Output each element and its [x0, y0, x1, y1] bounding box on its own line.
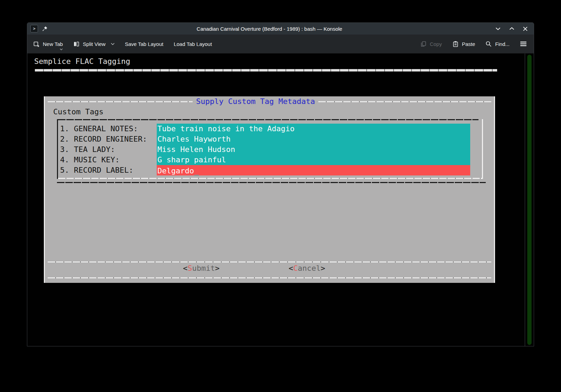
- field-label: GENERAL NOTES:: [74, 124, 157, 134]
- field-label: RECORD ENGINEER:: [74, 134, 157, 144]
- new-tab-button[interactable]: New Tab: [33, 41, 63, 47]
- field-input-tea-lady[interactable]: Miss Helen Hudson: [157, 144, 470, 155]
- form-row: 1. GENERAL NOTES: Tube train noise in th…: [60, 124, 482, 134]
- paste-button[interactable]: Paste: [452, 41, 475, 47]
- field-input-record-engineer[interactable]: Charles Hayworth: [157, 134, 470, 144]
- split-view-label: Split View: [83, 41, 106, 47]
- copy-button[interactable]: Copy: [420, 41, 442, 47]
- split-view-icon: [73, 41, 80, 47]
- field-index: 1.: [60, 124, 74, 134]
- field-label: RECORD LABEL:: [74, 165, 157, 175]
- field-label: TEA LADY:: [74, 144, 157, 155]
- search-icon: [485, 41, 492, 47]
- field-index: 4.: [60, 155, 74, 165]
- scrollbar-track[interactable]: [525, 54, 534, 346]
- konsole-window: > Canadian Carnival Overture (Bedford - …: [27, 22, 534, 346]
- dialog-form-label: Custom Tags: [53, 107, 494, 117]
- dialog-border-dash: [48, 101, 193, 102]
- maximize-button[interactable]: [509, 27, 514, 30]
- konsole-app-icon[interactable]: >: [30, 25, 38, 32]
- dialog-title-row: Supply Custom Tag Metadata: [45, 96, 494, 107]
- minimize-button[interactable]: [495, 27, 501, 30]
- save-tab-layout-button[interactable]: Save Tab Layout: [125, 41, 163, 47]
- paste-label: Paste: [462, 41, 475, 47]
- field-index: 2.: [60, 134, 74, 144]
- hamburger-menu-icon: [520, 41, 527, 47]
- dialog-title: Supply Custom Tag Metadata: [193, 96, 318, 107]
- dialog-buttons: <Submit> <Cancel>: [45, 262, 494, 274]
- find-label: Find...: [495, 41, 510, 47]
- find-button[interactable]: Find...: [485, 41, 510, 47]
- field-index: 3.: [60, 144, 74, 155]
- dialog-border-dash: [318, 101, 491, 102]
- form-row-active: 5. RECORD LABEL: Delgardo: [60, 165, 482, 175]
- field-input-record-label[interactable]: Delgardo: [157, 165, 470, 175]
- split-view-dropdown-icon: [111, 43, 115, 45]
- toolbar: New Tab Split View Save Tab Layout Load …: [27, 35, 534, 54]
- hamburger-menu-button[interactable]: [520, 41, 527, 47]
- close-button[interactable]: [523, 27, 528, 31]
- window-controls: [495, 27, 528, 31]
- titlebar-left: >: [30, 25, 48, 32]
- copy-icon: [420, 41, 427, 47]
- heading-rule: [35, 69, 497, 71]
- field-input-music-key[interactable]: G sharp painful: [157, 155, 470, 165]
- terminal-area[interactable]: Semplice FLAC Tagging Supply Custom Tag …: [27, 54, 534, 346]
- save-tab-layout-label: Save Tab Layout: [125, 41, 163, 47]
- form-row: 4. MUSIC KEY: G sharp painful: [60, 155, 482, 165]
- new-tab-dropdown-icon: [60, 48, 63, 50]
- split-view-button[interactable]: Split View: [73, 41, 115, 47]
- new-tab-icon: [33, 41, 40, 47]
- paste-icon: [452, 41, 459, 47]
- dialog-bottom-pad: [45, 278, 494, 283]
- new-tab-label: New Tab: [43, 41, 63, 47]
- form-row: 2. RECORD ENGINEER: Charles Hayworth: [60, 134, 482, 144]
- terminal-content: Semplice FLAC Tagging Supply Custom Tag …: [27, 54, 525, 346]
- load-tab-layout-label: Load Tab Layout: [174, 41, 212, 47]
- field-label: MUSIC KEY:: [74, 155, 157, 165]
- scrollbar-thumb[interactable]: [527, 55, 532, 345]
- dialog-spacer: [45, 183, 494, 261]
- terminal-heading: Semplice FLAC Tagging: [34, 56, 525, 67]
- window-title: Canadian Carnival Overture (Bedford - 19…: [48, 26, 491, 32]
- submit-button[interactable]: <Submit>: [183, 263, 220, 274]
- pin-icon[interactable]: [42, 26, 48, 32]
- tui-dialog: Supply Custom Tag Metadata Custom Tags 1…: [44, 96, 495, 283]
- text-cursor: [194, 168, 199, 176]
- form-box: 1. GENERAL NOTES: Tube train noise in th…: [57, 119, 483, 179]
- field-index: 5.: [60, 165, 74, 175]
- cancel-button[interactable]: <Cancel>: [289, 263, 325, 274]
- form-row: 3. TEA LADY: Miss Helen Hudson: [60, 144, 482, 155]
- copy-label: Copy: [430, 41, 442, 47]
- load-tab-layout-button[interactable]: Load Tab Layout: [174, 41, 212, 47]
- field-input-general-notes[interactable]: Tube train noise in the Adagio: [157, 124, 470, 134]
- titlebar[interactable]: > Canadian Carnival Overture (Bedford - …: [27, 23, 534, 35]
